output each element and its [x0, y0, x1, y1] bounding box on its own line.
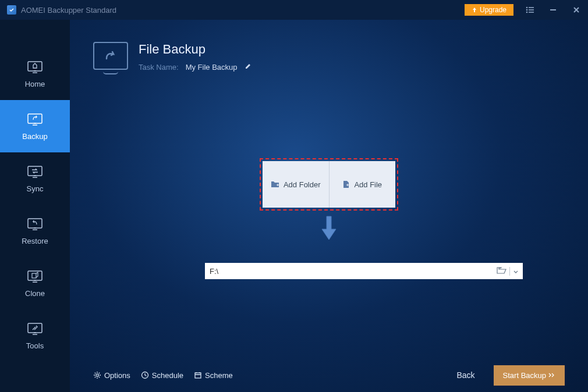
restore-icon [26, 217, 44, 232]
svg-rect-8 [28, 114, 42, 123]
footer: Options Schedule Scheme Back Start Backu… [70, 358, 588, 392]
sidebar-item-tools[interactable]: Tools [0, 309, 70, 362]
list-icon [526, 6, 534, 13]
gear-icon [93, 371, 101, 379]
schedule-button[interactable]: Schedule [141, 371, 183, 380]
content-area: File Backup Task Name: My File Backup [70, 20, 588, 392]
tools-icon [26, 322, 44, 337]
svg-rect-9 [28, 166, 42, 176]
add-folder-button[interactable]: Add Folder [263, 161, 330, 208]
task-name-value: My File Backup [186, 63, 238, 72]
back-button[interactable]: Back [448, 366, 483, 384]
destination-path-input[interactable]: F:\ [205, 263, 523, 279]
svg-rect-6 [550, 9, 556, 10]
upgrade-button[interactable]: Upgrade [465, 4, 513, 16]
sync-icon [26, 165, 44, 180]
options-button[interactable]: Options [93, 371, 130, 380]
sidebar-item-restore[interactable]: Restore [0, 205, 70, 257]
sidebar-item-label: Home [25, 80, 45, 88]
calendar-icon [194, 371, 202, 379]
titlebar-left: AOMEI Backupper Standard [7, 5, 116, 15]
svg-point-14 [96, 374, 98, 376]
arrow-down-icon [318, 215, 339, 245]
edit-task-name-button[interactable] [245, 63, 252, 72]
backup-icon [26, 112, 44, 127]
chevron-right-double-icon [548, 373, 555, 377]
source-area: Add Folder Add File [260, 158, 398, 245]
page-header: File Backup Task Name: My File Backup [70, 20, 588, 72]
destination-dropdown-button[interactable] [509, 267, 518, 276]
svg-point-0 [526, 7, 528, 9]
destination-controls [497, 266, 518, 276]
task-name-label: Task Name: [139, 63, 179, 72]
app-title: AOMEI Backupper Standard [21, 6, 116, 15]
svg-rect-11 [28, 271, 42, 280]
folder-open-icon [497, 266, 507, 275]
clone-icon [26, 269, 44, 284]
sidebar-item-label: Backup [22, 132, 47, 141]
app-body: Home Backup Sync Restore [0, 20, 588, 392]
svg-rect-16 [195, 373, 201, 378]
svg-rect-5 [529, 12, 534, 13]
destination-path-text: F:\ [210, 267, 218, 276]
add-source-panel: Add Folder Add File [263, 161, 395, 208]
sidebar-item-label: Tools [26, 341, 44, 350]
svg-rect-13 [28, 323, 42, 333]
scheme-button[interactable]: Scheme [194, 371, 233, 380]
sidebar: Home Backup Sync Restore [0, 20, 70, 392]
minimize-icon [550, 6, 557, 13]
page-title: File Backup [139, 42, 252, 57]
upgrade-icon [472, 7, 477, 13]
close-button[interactable] [565, 0, 588, 20]
task-name-row: Task Name: My File Backup [139, 63, 252, 72]
start-backup-button[interactable]: Start Backup [494, 365, 565, 386]
sidebar-item-label: Restore [22, 237, 48, 245]
titlebar: AOMEI Backupper Standard Upgrade [0, 0, 588, 20]
svg-point-2 [526, 9, 528, 11]
sidebar-item-clone[interactable]: Clone [0, 257, 70, 309]
add-source-highlight: Add Folder Add File [260, 158, 398, 211]
app-window: AOMEI Backupper Standard Upgrade [0, 0, 588, 392]
svg-rect-12 [32, 273, 36, 278]
sidebar-item-backup[interactable]: Backup [0, 100, 70, 152]
sidebar-item-sync[interactable]: Sync [0, 152, 70, 205]
svg-rect-3 [529, 9, 534, 10]
menu-button[interactable] [518, 0, 541, 20]
clock-icon [141, 371, 149, 379]
sidebar-item-label: Sync [27, 184, 44, 193]
sidebar-item-home[interactable]: Home [0, 48, 70, 100]
home-icon [26, 60, 44, 75]
sidebar-item-label: Clone [25, 289, 45, 298]
svg-point-4 [526, 12, 528, 13]
file-backup-icon [93, 42, 128, 70]
close-icon [573, 6, 580, 13]
svg-rect-1 [529, 7, 534, 8]
svg-rect-10 [28, 219, 42, 228]
file-plus-icon [342, 180, 350, 188]
add-file-button[interactable]: Add File [330, 161, 396, 208]
browse-destination-button[interactable] [497, 266, 507, 276]
app-logo-icon [7, 5, 16, 15]
folder-plus-icon [271, 180, 280, 188]
chevron-down-icon [513, 270, 518, 274]
titlebar-right: Upgrade [465, 0, 588, 20]
minimize-button[interactable] [541, 0, 565, 20]
pencil-icon [245, 63, 252, 70]
header-text: File Backup Task Name: My File Backup [139, 42, 252, 72]
